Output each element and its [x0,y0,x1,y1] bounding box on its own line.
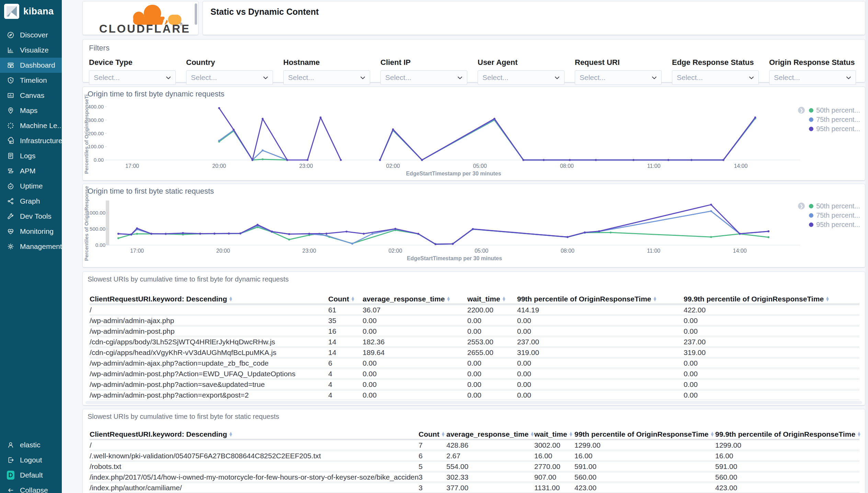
column-header-label: Count [328,295,349,303]
legend-color-dot [809,222,813,227]
table-cell: 0.00 [684,317,859,325]
column-header-count[interactable]: Count▲▼ [328,295,363,303]
sidebar-footer-default[interactable]: DDefault [0,468,62,483]
sidebar-footer-label: Logout [20,456,42,464]
apm-icon [7,167,14,175]
legend-item-50th-percent[interactable]: ❯50th percent... [798,203,860,209]
column-header-average-response-time[interactable]: average_response_time▲▼ [363,295,467,303]
table-row: /cdn-cgi/apps/head/xVgyKhR-vV3dAUGhMqfBc… [90,347,859,357]
sidebar-item-visualize[interactable]: Visualize [0,43,62,58]
table-row: /robots.txt5554.002770.00591.00591.00 [90,461,859,471]
table-cell: 1299.00 [715,441,859,449]
sidebar-footer-logout[interactable]: Logout [0,452,62,468]
sidebar-footer-collapse[interactable]: Collapse [0,483,62,493]
filter-select-device-type[interactable]: Select... [89,70,176,85]
table-cell: 0.00 [517,317,684,325]
legend-item-95th-percent[interactable]: 95th percent... [809,125,860,132]
sort-icon: ▲▼ [711,432,714,436]
table-cell: 36.07 [363,306,467,314]
chevron-down-icon [263,76,268,79]
filter-select-origin-response-status[interactable]: Select... [769,70,856,85]
chevron-down-icon [749,76,754,79]
sidebar-item-monitoring[interactable]: Monitoring [0,224,62,239]
sidebar-item-dev-tools[interactable]: Dev Tools [0,209,62,224]
sidebar-item-infrastructure[interactable]: Infrastructure [0,133,62,148]
filter-group-hostname: HostnameSelect... [283,58,370,85]
table-row: /wp-admin/admin-post.php?Action=EWD_UFAQ… [90,369,859,379]
dashboard-title-panel: Static vs Dynamic Content [203,1,865,35]
sidebar-item-label: Graph [20,197,40,205]
table-row: /wp-admin/admin-post.php160.000.000.000.… [90,326,859,336]
legend-item-75th-percent[interactable]: 75th percent... [809,212,860,219]
legend-color-dot [809,213,813,218]
filter-select-edge-response-status[interactable]: Select... [672,70,759,85]
legend-expand-icon[interactable]: ❯ [798,203,805,209]
sidebar-item-label: Discover [20,31,48,39]
sort-icon: ▲▼ [352,297,354,301]
column-header-label: 99.9th percentile of OriginResponseTime [684,295,824,303]
table-scrollbar[interactable] [85,401,862,404]
filter-select-hostname[interactable]: Select... [283,70,370,85]
page-scrollbar[interactable] [865,0,868,493]
sidebar-footer: elasticLogoutDDefaultCollapse [0,437,62,493]
legend-label: 95th percent... [816,221,860,229]
table-cell: 2553.00 [467,338,517,346]
sidebar-item-machine-le[interactable]: Machine Le... [0,118,62,133]
table-cell: 414.19 [517,306,684,314]
select-placeholder: Select... [288,73,314,82]
sidebar-item-dashboard[interactable]: Dashboard [0,58,62,73]
table-cell: 0.00 [363,391,467,399]
sidebar-item-logs[interactable]: Logs [0,148,62,163]
column-header-wait-time[interactable]: wait_time▲▼ [467,295,517,303]
column-header-wait-time[interactable]: wait_time▲▼ [534,430,574,438]
filter-label: Client IP [380,58,467,67]
filter-select-client-ip[interactable]: Select... [380,70,467,85]
column-header-99th-percentile-of-originresponsetime[interactable]: 99th percentile of OriginResponseTime▲▼ [574,430,715,438]
panel-scrollbar-thumb[interactable] [195,3,197,25]
column-header-clientrequesturi-keyword-descending[interactable]: ClientRequestURI.keyword: Descending▲▼ [90,295,328,303]
column-header-99-9th-percentile-of-originresponsetime[interactable]: 99.9th percentile of OriginResponseTime▲… [684,295,859,303]
graph-icon [7,197,14,205]
table-row: /7428.863002.001299.001299.00 [90,440,859,450]
sort-icon: ▲▼ [229,432,232,436]
table-cell: 3002.00 [534,441,574,449]
sidebar-item-canvas[interactable]: Canvas [0,88,62,103]
sidebar-item-label: APM [20,167,36,175]
table-cell: 0.00 [684,327,859,335]
sidebar-item-discover[interactable]: Discover [0,27,62,43]
svg-text:100.00: 100.00 [88,144,104,149]
svg-text:300.00: 300.00 [88,117,104,123]
column-header-label: Count [419,430,439,438]
filter-select-request-uri[interactable]: Select... [575,70,662,85]
table-cell: /cdn-cgi/apps/body/3Lh52SjWTQ4HRlErJykHq… [90,338,328,346]
table-cell: 0.00 [467,327,517,335]
column-header-average-response-time[interactable]: average_response_time▲▼ [446,430,534,438]
table-title: Slowest URIs by cumulative time to first… [88,275,289,283]
sidebar-item-apm[interactable]: APM [0,163,62,179]
sidebar-item-uptime[interactable]: Uptime [0,179,62,194]
filter-select-country[interactable]: Select... [186,70,273,85]
column-header-count[interactable]: Count▲▼ [419,430,446,438]
sidebar-item-graph[interactable]: Graph [0,194,62,209]
legend-item-95th-percent[interactable]: 95th percent... [809,221,860,228]
column-header-99th-percentile-of-originresponsetime[interactable]: 99th percentile of OriginResponseTime▲▼ [517,295,684,303]
kibana-logo[interactable]: kibana [0,0,62,23]
column-header-clientrequesturi-keyword-descending[interactable]: ClientRequestURI.keyword: Descending▲▼ [90,430,419,438]
legend-expand-icon[interactable]: ❯ [798,107,805,114]
sidebar-item-timelion[interactable]: Timelion [0,73,62,88]
table-cell: 423.00 [574,484,715,492]
filter-select-user-agent[interactable]: Select... [478,70,564,85]
table-cell: /wp-admin/admin-post.php [90,327,328,335]
svg-text:Percentiles of OriginResponseT: Percentiles of OriginResponseTi [83,94,89,174]
filter-row: Device TypeSelect...CountrySelect...Host… [89,58,859,85]
filter-group-request-uri: Request URISelect... [575,58,662,85]
column-header-99-9th-percentile-of-originresponsetime[interactable]: 99.9th percentile of OriginResponseTime▲… [715,430,860,438]
legend-item-50th-percent[interactable]: ❯50th percent... [798,107,860,114]
legend-item-75th-percent[interactable]: 75th percent... [809,116,860,123]
legend-label: 75th percent... [816,211,860,219]
sidebar-footer-elastic[interactable]: elastic [0,437,62,452]
sidebar-item-management[interactable]: Management [0,239,62,254]
user-icon [7,441,14,449]
table-cell: /wp-admin/admin-post.php?action=export&p… [90,391,328,399]
sidebar-item-maps[interactable]: Maps [0,103,62,118]
